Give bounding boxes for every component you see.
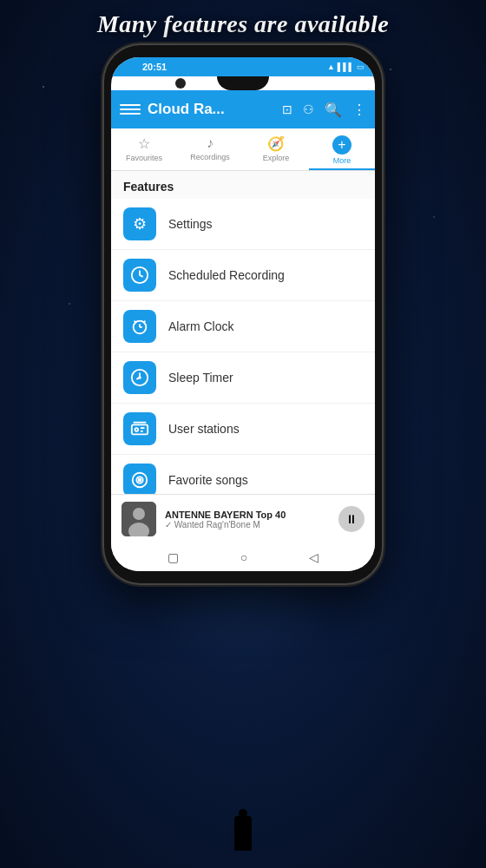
explore-icon: 🧭 [267, 135, 285, 152]
status-bar: 20:51 ▲ ▌▌▌ ▭ [111, 57, 375, 76]
pause-icon: ⏸ [345, 512, 358, 526]
svg-point-9 [135, 428, 139, 431]
tab-explore-label: Explore [263, 154, 290, 162]
svg-point-14 [139, 479, 141, 482]
headline: Many features are available [97, 10, 389, 38]
favorite-songs-icon [123, 464, 156, 494]
tab-explore[interactable]: 🧭 Explore [243, 128, 309, 170]
top-bar-actions: ⊡ ⚇ 🔍 ⋮ [282, 102, 366, 118]
battery-icon: ▭ [357, 62, 364, 71]
recordings-icon: ♪ [207, 135, 213, 151]
tab-recordings-label: Recordings [190, 153, 230, 161]
more-button[interactable]: ⋮ [352, 102, 366, 118]
settings-label: Settings [168, 217, 213, 231]
feature-item-favorite-songs[interactable]: Favorite songs [111, 455, 375, 494]
feature-item-alarm-clock[interactable]: Alarm Clock [111, 301, 375, 352]
app-title: Cloud Ra... [148, 101, 275, 118]
search-button[interactable]: 🔍 [325, 102, 342, 118]
settings-icon: ⚙ [123, 207, 156, 240]
person-silhouette [234, 816, 252, 851]
svg-point-7 [139, 377, 141, 378]
camera-dot [175, 78, 186, 89]
tab-favourites-label: Favourites [126, 154, 162, 162]
alarm-clock-label: Alarm Clock [168, 319, 233, 333]
favourites-icon: ☆ [138, 135, 150, 152]
feature-item-user-stations[interactable]: User stations [111, 404, 375, 455]
tab-more-label: More [333, 156, 351, 165]
svg-point-27 [133, 508, 145, 520]
nav-tabs: ☆ Favourites ♪ Recordings 🧭 Explore + Mo… [111, 128, 375, 171]
silhouette-area [0, 816, 486, 851]
feature-item-scheduled-recording[interactable]: Scheduled Recording [111, 250, 375, 301]
favorite-songs-label: Favorite songs [168, 473, 248, 487]
top-bar: Cloud Ra... ⊡ ⚇ 🔍 ⋮ [111, 90, 375, 128]
alarm-clock-icon [123, 310, 156, 343]
user-stations-icon [123, 412, 156, 445]
more-plus-icon: + [332, 135, 351, 155]
scheduled-recording-label: Scheduled Recording [168, 268, 285, 282]
sleep-timer-label: Sleep Timer [168, 371, 233, 385]
now-playing-title: ANTENNE BAYERN Top 40 [165, 510, 330, 520]
now-playing-thumbnail [122, 502, 156, 536]
pause-button[interactable]: ⏸ [338, 506, 364, 532]
phone-frame: 20:51 ▲ ▌▌▌ ▭ Cloud Ra... ⊡ ⚇ 🔍 ⋮ [104, 45, 382, 583]
feature-item-settings[interactable]: ⚙ Settings [111, 199, 375, 250]
cast-button[interactable]: ⊡ [282, 102, 292, 116]
home-button[interactable]: ○ [240, 550, 247, 564]
back-button[interactable]: ◁ [309, 550, 319, 564]
status-icons: ▲ ▌▌▌ ▭ [327, 62, 364, 71]
user-stations-label: User stations [168, 422, 240, 436]
scheduled-recording-icon [123, 259, 156, 292]
menu-button[interactable] [120, 104, 141, 115]
tab-more[interactable]: + More [309, 128, 375, 170]
svg-rect-8 [132, 424, 148, 434]
phone-screen: 20:51 ▲ ▌▌▌ ▭ Cloud Ra... ⊡ ⚇ 🔍 ⋮ [111, 57, 375, 571]
status-time: 20:51 [142, 62, 167, 72]
signal-icon: ▌▌▌ [338, 62, 354, 71]
feature-item-sleep-timer[interactable]: Sleep Timer [111, 352, 375, 404]
content-area: Features ⚙ Settings Scheduled Recording [111, 171, 375, 494]
features-header: Features [111, 171, 375, 199]
tab-favourites[interactable]: ☆ Favourites [111, 128, 177, 170]
now-playing-controls: ⏸ [338, 506, 364, 532]
share-button[interactable]: ⚇ [303, 102, 314, 116]
now-playing-bar: ANTENNE BAYERN Top 40 ✓ Wanted Rag'n'Bon… [111, 494, 375, 543]
recent-apps-button[interactable]: ▢ [167, 550, 179, 564]
now-playing-subtitle: ✓ Wanted Rag'n'Bone M [165, 520, 330, 529]
sleep-timer-icon [123, 361, 156, 394]
system-nav: ▢ ○ ◁ [111, 543, 375, 571]
wifi-icon: ▲ [327, 62, 335, 71]
now-playing-info: ANTENNE BAYERN Top 40 ✓ Wanted Rag'n'Bon… [165, 510, 330, 529]
tab-recordings[interactable]: ♪ Recordings [177, 128, 243, 170]
